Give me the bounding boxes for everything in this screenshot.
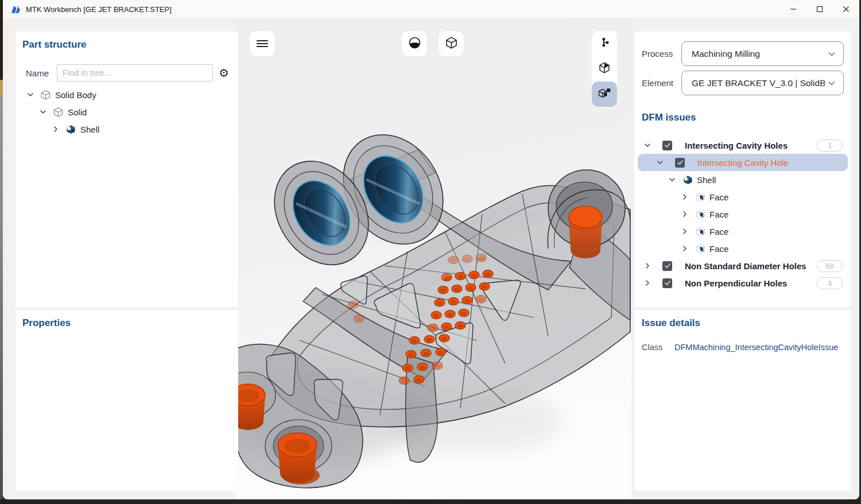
checkbox-checked-icon[interactable] [662, 141, 672, 150]
minimize-button[interactable] [780, 0, 806, 18]
element-dropdown[interactable]: GE JET BRACKET V_3.0 | SolidBod [681, 71, 844, 95]
element-label: Element [642, 78, 677, 88]
process-dropdown[interactable]: Machining Milling [681, 41, 844, 66]
3d-model-jet-bracket[interactable] [235, 19, 631, 499]
class-value: DFMMachining_IntersectingCavityHoleIssue [674, 343, 838, 352]
dfm-issues-title: DFM issues [642, 112, 696, 123]
issue-count-badge: 68 [817, 260, 843, 272]
dfm-row-face[interactable]: Face [638, 240, 848, 257]
cube-face-icon [598, 61, 611, 76]
hamburger-icon [257, 39, 268, 49]
issue-class-row: Class DFMMachining_IntersectingCavityHol… [642, 343, 838, 352]
dfm-row-intersecting-cavity-hole[interactable]: Intersecting Cavity Hole [638, 154, 848, 171]
show-faces-button[interactable] [592, 56, 617, 82]
issue-details-title: Issue details [642, 317, 700, 329]
issue-count-badge: 4 [817, 277, 843, 289]
issue-details-panel: Issue details Class DFMMachining_Interse… [634, 310, 851, 491]
dfm-row-face[interactable]: Face [638, 223, 848, 240]
dfm-row-intersecting-cavity-holes[interactable]: Intersecting Cavity Holes 1 [638, 137, 848, 154]
solid-cube-icon [53, 107, 64, 118]
properties-title: Properties [22, 317, 71, 329]
viewport-right-toolbar [592, 31, 617, 107]
tree-row-solid[interactable]: Solid [15, 103, 229, 121]
maximize-button[interactable] [806, 0, 833, 18]
chevron-right-icon[interactable] [51, 125, 60, 133]
face-icon [695, 192, 706, 203]
chevron-right-icon[interactable] [643, 262, 652, 270]
class-label: Class [642, 343, 674, 352]
properties-panel: Properties [15, 310, 238, 491]
display-wireframe-button[interactable] [439, 31, 464, 56]
chevron-right-icon[interactable] [680, 245, 689, 253]
wireframe-cube-icon [445, 36, 458, 52]
chevron-down-icon [827, 79, 836, 88]
shell-cube-icon [682, 175, 693, 185]
tree-row-shell[interactable]: Shell [15, 121, 229, 138]
chevron-down-icon[interactable] [656, 158, 665, 166]
structure-tree-button[interactable] [592, 31, 617, 56]
hierarchy-icon [599, 37, 610, 50]
element-row: Element GE JET BRACKET V_3.0 | SolidBod [634, 71, 851, 95]
show-issue-bodies-button[interactable] [592, 82, 617, 107]
find-in-tree-input[interactable] [57, 64, 213, 82]
dfm-row-face[interactable]: Face [638, 188, 848, 206]
dfm-row-shell[interactable]: Shell [638, 171, 848, 188]
chevron-down-icon[interactable] [26, 91, 35, 99]
part-structure-panel: Part structure Name ⚙ Solid Body [15, 32, 238, 307]
viewport-3d[interactable] [235, 19, 631, 499]
app-window: MTK Workbench [GE JET BRACKET.STEP] [3, 0, 859, 499]
checkbox-checked-icon[interactable] [662, 278, 672, 288]
chevron-right-icon[interactable] [643, 279, 652, 287]
chevron-down-icon [827, 49, 836, 59]
chevron-right-icon[interactable] [680, 227, 689, 235]
viewport-menu-button[interactable] [250, 31, 275, 56]
window-title: MTK Workbench [GE JET BRACKET.STEP] [26, 5, 172, 14]
close-button[interactable] [833, 0, 859, 18]
name-label: Name [26, 68, 49, 78]
tree-search-row: Name ⚙ [15, 64, 238, 82]
window-controls [780, 0, 859, 18]
app-logo-icon [10, 3, 21, 15]
checkbox-checked-icon[interactable] [662, 261, 672, 271]
shaded-sphere-icon [408, 36, 422, 52]
dfm-row-non-standard-diameter-holes[interactable]: Non Standard Diameter Holes 68 [638, 257, 848, 274]
chevron-down-icon[interactable] [668, 176, 677, 184]
issue-count-badge: 1 [817, 139, 843, 152]
dfm-row-face[interactable]: Face [638, 206, 848, 223]
display-shaded-button[interactable] [402, 31, 427, 56]
face-icon [695, 226, 706, 237]
chevron-right-icon[interactable] [680, 193, 689, 201]
title-bar: MTK Workbench [GE JET BRACKET.STEP] [3, 0, 859, 19]
shell-cube-icon [65, 124, 76, 135]
dfm-panel: Process Machining Milling Element GE JET… [634, 32, 851, 307]
chevron-right-icon[interactable] [680, 210, 689, 218]
process-label: Process [642, 49, 677, 59]
face-icon [695, 243, 706, 254]
part-structure-title: Part structure [22, 39, 86, 51]
face-icon [695, 209, 706, 220]
dfm-row-non-perpendicular-holes[interactable]: Non Perpendicular Holes 4 [638, 274, 848, 292]
checkbox-checked-icon[interactable] [675, 158, 685, 168]
process-row: Process Machining Milling [634, 41, 851, 66]
chevron-down-icon[interactable] [643, 141, 652, 149]
tree-row-solid-body[interactable]: Solid Body [15, 86, 229, 103]
cube-parts-icon [598, 87, 611, 102]
gear-icon[interactable]: ⚙ [219, 67, 229, 79]
desktop-edge-bottom [0, 499, 861, 504]
chevron-down-icon[interactable] [38, 108, 48, 116]
solid-body-cube-icon [40, 90, 51, 100]
